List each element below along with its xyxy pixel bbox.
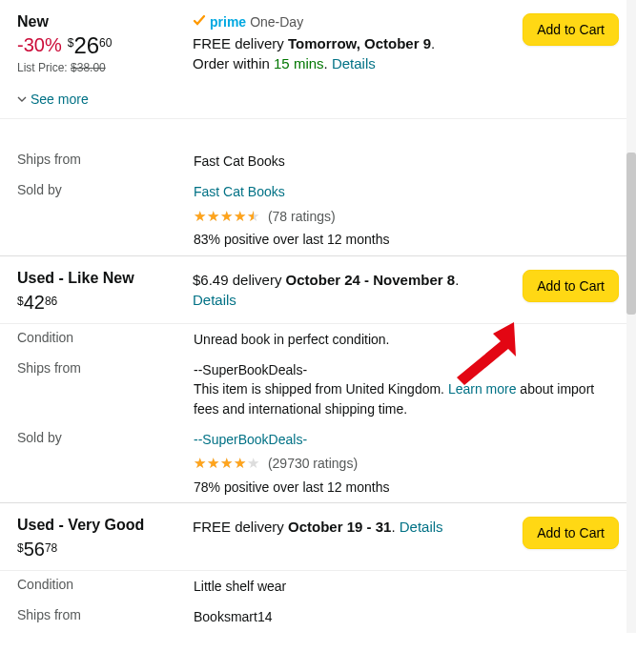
order-within-label: Order within — [193, 55, 274, 71]
price-whole: 56 — [24, 540, 45, 559]
sold-by-seller-link[interactable]: Fast Cat Books — [194, 184, 285, 199]
prime-extra: One-Day — [250, 14, 303, 30]
list-price-label: List Price: — [17, 61, 68, 74]
price-symbol: $ — [68, 36, 74, 50]
see-more-link[interactable]: See more — [17, 92, 179, 107]
price: $ 42 86 — [17, 293, 57, 312]
condition-label: Condition — [17, 577, 194, 592]
price-symbol: $ — [17, 295, 24, 308]
condition-value: Little shelf wear — [194, 577, 619, 596]
price: $ 26 60 — [68, 34, 113, 57]
ships-from-value: Fast Cat Books — [194, 152, 619, 171]
seller-positive-rate: 83% positive over last 12 months — [194, 230, 619, 249]
order-sep: . — [324, 55, 332, 71]
offer-very-good-header: Used - Very Good $ 56 78 FREE delivery O… — [0, 502, 636, 570]
delivery-free: FREE delivery — [193, 519, 288, 535]
list-price-value: $38.00 — [71, 61, 106, 74]
order-within-line: Order within 15 mins. Details — [193, 53, 500, 73]
ships-note-1: This item is shipped from United Kingdom… — [194, 381, 448, 397]
offer-condition-title: New — [17, 13, 179, 31]
price-fraction: 78 — [45, 541, 57, 555]
chevron-down-icon — [17, 92, 27, 107]
offer-condition-title: Used - Very Good — [17, 517, 179, 534]
delivery-line: $6.49 delivery October 24 - November 8. … — [193, 270, 500, 310]
price-whole: 26 — [73, 34, 99, 57]
star-rating-icon: ★★★★★ ★★★★★ — [194, 453, 260, 474]
price: $ 56 78 — [17, 540, 57, 559]
delivery-period: . — [431, 35, 435, 51]
ships-from-label: Ships from — [17, 360, 194, 376]
details-link[interactable]: Details — [400, 519, 443, 535]
see-more-label: See more — [31, 92, 89, 107]
ratings-count: (29730 ratings) — [268, 456, 358, 471]
delivery-free: FREE delivery — [193, 35, 288, 51]
offer-new-header: New -30% $ 26 60 List Price: $38.00 See … — [0, 0, 636, 118]
ships-from-value: --SuperBookDeals- — [194, 360, 619, 379]
ships-from-note: This item is shipped from United Kingdom… — [194, 379, 619, 418]
delivery-date: October 19 - 31 — [288, 519, 391, 535]
scrollbar-track[interactable] — [626, 0, 636, 633]
ships-from-label: Ships from — [17, 607, 194, 622]
price-symbol: $ — [17, 541, 24, 555]
sold-by-label: Sold by — [17, 182, 194, 197]
price-fraction: 60 — [99, 36, 112, 50]
delivery-sep: . — [455, 272, 459, 288]
price-whole: 42 — [24, 293, 45, 312]
add-to-cart-button[interactable]: Add to Cart — [523, 13, 619, 46]
details-link[interactable]: Details — [193, 292, 236, 308]
offer-very-good-details: Condition Little shelf wear Ships from B… — [0, 570, 636, 633]
list-price: List Price: $38.00 — [17, 61, 179, 74]
delivery-date: Tomorrow, October 9 — [288, 35, 431, 51]
learn-more-link[interactable]: Learn more — [448, 381, 517, 397]
star-rating-icon: ★★★★★ ★★★★★ — [194, 206, 260, 227]
offer-like-new-header: Used - Like New $ 42 86 $6.49 delivery O… — [0, 255, 636, 323]
order-within-time: 15 mins — [274, 55, 324, 71]
delivery-line: FREE delivery October 19 - 31. Details — [193, 517, 500, 537]
prime-badge: prime One-Day — [193, 13, 500, 30]
price-fraction: 86 — [45, 295, 57, 308]
add-to-cart-button[interactable]: Add to Cart — [523, 517, 619, 549]
offer-new-details: Condition Almost new condition. Ships fr… — [0, 118, 636, 255]
add-to-cart-button[interactable]: Add to Cart — [523, 270, 619, 302]
prime-check-icon — [193, 13, 206, 30]
condition-value: Unread book in perfect condition. — [194, 330, 619, 349]
prime-label: prime — [210, 14, 246, 30]
sold-by-seller-link[interactable]: --SuperBookDeals- — [194, 432, 307, 447]
delivery-paid-price: $6.49 delivery — [193, 272, 286, 288]
delivery-sep: . — [391, 519, 399, 535]
ratings-count: (78 ratings) — [268, 209, 336, 224]
scrollbar-thumb[interactable] — [626, 153, 636, 315]
sold-by-label: Sold by — [17, 430, 194, 445]
discount-pct: -30% — [17, 34, 62, 56]
delivery-line: FREE delivery Tomorrow, October 9. — [193, 33, 500, 53]
offer-like-new-details: Condition Unread book in perfect conditi… — [0, 323, 636, 503]
details-link[interactable]: Details — [332, 55, 376, 71]
condition-label: Condition — [17, 330, 194, 345]
ships-from-label: Ships from — [17, 152, 194, 167]
ships-from-value: Booksmart14 — [194, 607, 619, 626]
seller-positive-rate: 78% positive over last 12 months — [194, 478, 619, 497]
offer-condition-title: Used - Like New — [17, 270, 179, 287]
delivery-date: October 24 - November 8 — [286, 272, 456, 288]
